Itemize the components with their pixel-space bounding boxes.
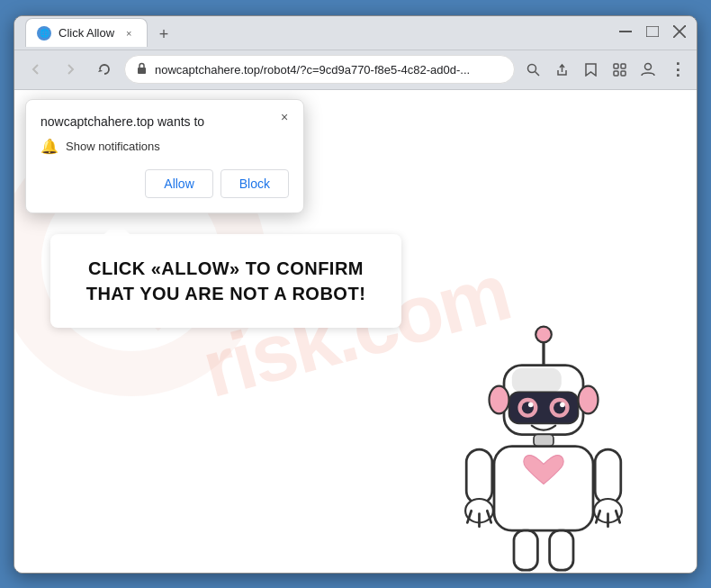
- profile-icon[interactable]: [635, 57, 661, 82]
- maximize-icon[interactable]: [646, 25, 659, 40]
- message-text: CLICK «ALLOW» TO CONFIRM THAT YOU ARE NO…: [77, 256, 374, 306]
- allow-button[interactable]: Allow: [145, 169, 212, 198]
- extensions-icon[interactable]: [607, 57, 632, 82]
- svg-rect-4: [138, 68, 146, 74]
- svg-rect-17: [512, 367, 562, 393]
- address-actions: ⋮: [520, 57, 689, 82]
- url-text: nowcaptchahere.top/robot4/?c=9cd9a770-f8…: [155, 63, 470, 77]
- svg-rect-27: [534, 434, 554, 446]
- share-icon[interactable]: [549, 57, 574, 82]
- svg-rect-28: [494, 446, 593, 530]
- reload-button[interactable]: [90, 55, 119, 84]
- svg-rect-10: [621, 64, 626, 68]
- page-content: risk.com × nowcaptchahere.top wants to 🔔…: [14, 90, 697, 573]
- svg-rect-39: [514, 530, 537, 570]
- popup-permission: 🔔 Show notifications: [40, 138, 289, 155]
- svg-rect-1: [646, 26, 659, 37]
- svg-rect-0: [619, 31, 632, 32]
- message-box: CLICK «ALLOW» TO CONFIRM THAT YOU ARE NO…: [50, 234, 401, 328]
- url-bar[interactable]: nowcaptchahere.top/robot4/?c=9cd9a770-f8…: [124, 55, 515, 84]
- bell-icon: 🔔: [40, 138, 58, 155]
- block-button[interactable]: Block: [220, 169, 289, 198]
- svg-rect-40: [550, 530, 573, 570]
- svg-rect-29: [466, 449, 492, 504]
- svg-point-13: [645, 64, 652, 70]
- svg-rect-9: [614, 64, 618, 68]
- svg-rect-12: [621, 71, 626, 76]
- browser-window: 🌐 Click Allow × +: [14, 15, 698, 574]
- svg-point-25: [490, 385, 509, 413]
- svg-marker-8: [586, 64, 596, 76]
- title-bar: 🌐 Click Allow × +: [14, 16, 697, 50]
- forward-button[interactable]: [56, 55, 85, 84]
- permission-text: Show notifications: [66, 140, 160, 153]
- popup-close-button[interactable]: ×: [274, 107, 294, 127]
- menu-icon[interactable]: ⋮: [664, 57, 689, 82]
- svg-point-26: [579, 385, 598, 413]
- search-icon[interactable]: [520, 57, 545, 82]
- svg-point-23: [528, 402, 534, 407]
- back-button[interactable]: [22, 55, 50, 84]
- svg-rect-11: [614, 71, 618, 76]
- tab-favicon: 🌐: [37, 26, 51, 41]
- tab-title: Click Allow: [58, 26, 114, 40]
- new-tab-button[interactable]: +: [151, 22, 176, 47]
- lock-icon: [136, 62, 148, 77]
- window-controls: [619, 25, 686, 41]
- notification-popup: × nowcaptchahere.top wants to 🔔 Show not…: [25, 99, 304, 213]
- robot-svg: [445, 321, 643, 573]
- minimize-icon[interactable]: [619, 25, 632, 40]
- popup-buttons: Allow Block: [40, 169, 289, 198]
- robot-illustration: [445, 321, 643, 573]
- popup-title: nowcaptchahere.top wants to: [40, 114, 289, 129]
- tab-close-button[interactable]: ×: [122, 26, 136, 41]
- close-window-icon[interactable]: [673, 25, 686, 41]
- svg-point-15: [536, 326, 552, 342]
- bookmark-icon[interactable]: [578, 57, 603, 82]
- svg-rect-34: [595, 449, 621, 504]
- svg-point-24: [560, 402, 565, 407]
- svg-point-5: [527, 64, 536, 72]
- address-bar: nowcaptchahere.top/robot4/?c=9cd9a770-f8…: [14, 50, 697, 90]
- tab-area: 🌐 Click Allow × +: [25, 18, 612, 47]
- svg-line-6: [535, 71, 539, 76]
- active-tab[interactable]: 🌐 Click Allow ×: [25, 18, 148, 47]
